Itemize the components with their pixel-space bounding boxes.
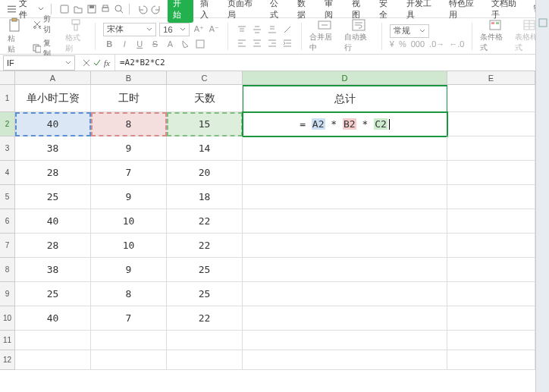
col-header-A[interactable]: A bbox=[15, 71, 91, 84]
border-icon[interactable] bbox=[194, 38, 206, 50]
cell-E1[interactable] bbox=[447, 85, 535, 112]
wrap-text[interactable]: 自动换行 bbox=[344, 19, 374, 53]
grow-font-icon[interactable]: A⁺ bbox=[193, 24, 205, 36]
save-icon[interactable] bbox=[86, 4, 97, 14]
cell-C3[interactable]: 14 bbox=[167, 136, 243, 161]
fill-color-icon[interactable] bbox=[179, 38, 191, 50]
align-top-icon[interactable] bbox=[236, 24, 248, 36]
orientation-icon[interactable] bbox=[281, 24, 293, 36]
cell-E6[interactable] bbox=[447, 209, 535, 234]
cell-A2[interactable]: 40 bbox=[15, 112, 91, 136]
col-header-C[interactable]: C bbox=[167, 71, 243, 84]
cell-D3[interactable] bbox=[243, 136, 447, 161]
tab-2[interactable]: 页面布局 bbox=[222, 0, 263, 23]
preview-icon[interactable] bbox=[114, 4, 124, 14]
cell-B11[interactable] bbox=[91, 331, 167, 350]
tab-3[interactable]: 公式 bbox=[265, 0, 290, 23]
cell-A1[interactable]: 单小时工资 bbox=[15, 85, 91, 112]
cell-D6[interactable] bbox=[243, 209, 447, 234]
cell-B6[interactable]: 10 bbox=[91, 209, 167, 234]
row-header-7[interactable]: 7 bbox=[0, 234, 15, 258]
strike-icon[interactable]: S bbox=[149, 38, 161, 50]
cell-B5[interactable]: 9 bbox=[91, 185, 167, 209]
align-bottom-icon[interactable] bbox=[266, 24, 278, 36]
percent-icon[interactable]: % bbox=[399, 39, 406, 49]
cell-D7[interactable] bbox=[243, 234, 447, 258]
row-header-6[interactable]: 6 bbox=[0, 209, 15, 234]
conditional-format[interactable]: 条件格式 bbox=[480, 19, 510, 53]
cancel-icon[interactable] bbox=[83, 59, 90, 67]
cell-E11[interactable] bbox=[447, 331, 535, 350]
cell-D10[interactable] bbox=[243, 306, 447, 331]
cell-C8[interactable]: 25 bbox=[167, 258, 243, 282]
open-icon[interactable] bbox=[73, 4, 83, 14]
cell-C7[interactable]: 22 bbox=[167, 234, 243, 258]
cell-A4[interactable]: 28 bbox=[15, 161, 91, 185]
cell-C12[interactable] bbox=[167, 350, 243, 370]
currency-icon[interactable]: ¥ bbox=[390, 39, 394, 49]
cell-B7[interactable]: 10 bbox=[91, 234, 167, 258]
row-header-8[interactable]: 8 bbox=[0, 258, 15, 282]
merge-center[interactable]: 合并居中 bbox=[309, 19, 339, 53]
cell-D1[interactable]: 总计 bbox=[243, 85, 447, 112]
number-format-combo[interactable]: 常规 bbox=[390, 24, 429, 38]
redo-icon[interactable] bbox=[151, 4, 162, 14]
cell-D11[interactable] bbox=[243, 331, 447, 350]
row-header-12[interactable]: 12 bbox=[0, 350, 15, 370]
cells-area[interactable]: 单小时工资工时天数总计40815= A2 * B2 * C23891428720… bbox=[15, 85, 535, 370]
cell-D12[interactable] bbox=[243, 350, 447, 370]
cell-C11[interactable] bbox=[167, 331, 243, 350]
cell-D5[interactable] bbox=[243, 185, 447, 209]
align-right-icon[interactable] bbox=[266, 37, 278, 49]
align-middle-icon[interactable] bbox=[251, 24, 263, 36]
cell-E12[interactable] bbox=[447, 350, 535, 370]
cell-B12[interactable] bbox=[91, 350, 167, 370]
cell-A12[interactable] bbox=[15, 350, 91, 370]
col-header-E[interactable]: E bbox=[447, 71, 535, 84]
cell-C10[interactable]: 22 bbox=[167, 306, 243, 331]
cell-A6[interactable]: 40 bbox=[15, 209, 91, 234]
cell-B10[interactable]: 7 bbox=[91, 306, 167, 331]
fx-icon[interactable]: fx bbox=[104, 58, 110, 67]
cell-C2[interactable]: 15 bbox=[167, 112, 243, 136]
cut-button[interactable]: 剪切 bbox=[30, 13, 61, 36]
row-header-3[interactable]: 3 bbox=[0, 136, 15, 161]
cell-A9[interactable]: 25 bbox=[15, 282, 91, 306]
row-header-2[interactable]: 2 bbox=[0, 112, 15, 136]
font-color-icon[interactable]: A bbox=[164, 38, 176, 50]
cell-E8[interactable] bbox=[447, 258, 535, 282]
cell-C5[interactable]: 18 bbox=[167, 185, 243, 209]
row-header-4[interactable]: 4 bbox=[0, 161, 15, 185]
cell-D4[interactable] bbox=[243, 161, 447, 185]
undo-icon[interactable] bbox=[137, 4, 148, 14]
cell-B4[interactable]: 7 bbox=[91, 161, 167, 185]
cell-B8[interactable]: 9 bbox=[91, 258, 167, 282]
cell-C6[interactable]: 22 bbox=[167, 209, 243, 234]
font-size-combo[interactable]: 16 bbox=[159, 23, 190, 36]
cell-B2[interactable]: 8 bbox=[91, 112, 167, 136]
cell-B1[interactable]: 工时 bbox=[91, 85, 167, 112]
row-header-5[interactable]: 5 bbox=[0, 185, 15, 209]
col-header-D[interactable]: D bbox=[243, 71, 447, 84]
dec-inc-icon[interactable]: .0→ bbox=[429, 39, 444, 49]
cell-A7[interactable]: 28 bbox=[15, 234, 91, 258]
align-left-icon[interactable] bbox=[236, 37, 248, 49]
cell-D9[interactable] bbox=[243, 282, 447, 306]
row-header-11[interactable]: 11 bbox=[0, 331, 15, 350]
italic-icon[interactable]: I bbox=[118, 38, 130, 50]
align-center-icon[interactable] bbox=[251, 37, 263, 49]
cell-A10[interactable]: 40 bbox=[15, 306, 91, 331]
cell-C1[interactable]: 天数 bbox=[167, 85, 243, 112]
panel-icon[interactable] bbox=[538, 18, 547, 27]
cell-E4[interactable] bbox=[447, 161, 535, 185]
cell-B3[interactable]: 9 bbox=[91, 136, 167, 161]
select-all-corner[interactable] bbox=[0, 71, 15, 85]
cell-A8[interactable]: 38 bbox=[15, 258, 91, 282]
cell-D2[interactable]: = A2 * B2 * C2 bbox=[243, 112, 447, 136]
cell-E3[interactable] bbox=[447, 136, 535, 161]
cell-B9[interactable]: 8 bbox=[91, 282, 167, 306]
accept-icon[interactable] bbox=[93, 59, 101, 67]
cell-E2[interactable] bbox=[447, 112, 535, 136]
comma-icon[interactable]: 000 bbox=[411, 39, 425, 49]
print-icon[interactable] bbox=[100, 4, 111, 14]
